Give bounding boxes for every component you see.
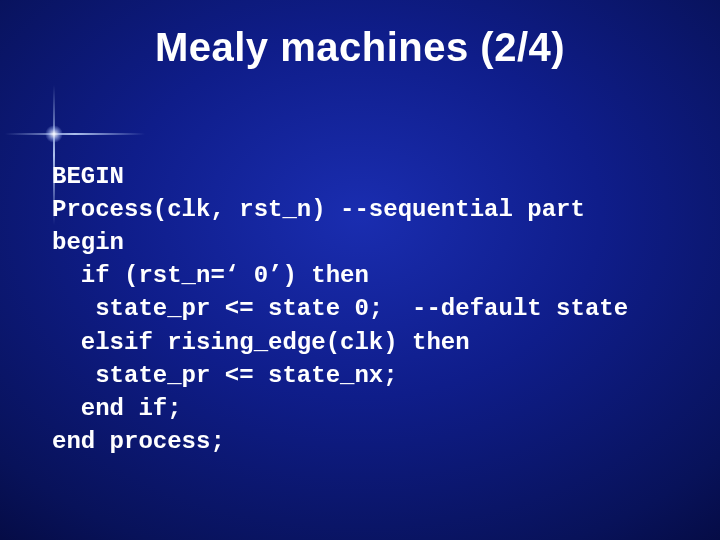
code-line: end process;: [52, 428, 225, 455]
slide-title: Mealy machines (2/4): [0, 25, 720, 70]
code-line: state_pr <= state 0; --default state: [52, 295, 628, 322]
code-line: if (rst_n=‘ 0’) then: [52, 262, 369, 289]
code-line: BEGIN: [52, 163, 124, 190]
code-line: begin: [52, 229, 124, 256]
slide: Mealy machines (2/4) BEGIN Process(clk, …: [0, 0, 720, 540]
flare-horizontal: [5, 133, 145, 135]
lens-flare-decoration: [25, 105, 85, 165]
code-line: elsif rising_edge(clk) then: [52, 329, 470, 356]
flare-core: [45, 125, 63, 143]
code-block: BEGIN Process(clk, rst_n) --sequential p…: [52, 160, 628, 458]
code-line: Process(clk, rst_n) --sequential part: [52, 196, 585, 223]
code-line: end if;: [52, 395, 182, 422]
code-line: state_pr <= state_nx;: [52, 362, 398, 389]
